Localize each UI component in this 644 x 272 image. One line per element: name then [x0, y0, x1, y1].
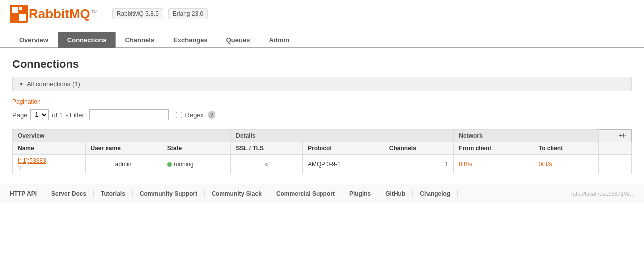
- pagination-label: Pagination: [12, 98, 632, 105]
- page-title: Connections: [12, 58, 632, 71]
- nav-admin[interactable]: Admin: [259, 32, 298, 48]
- footer-link-server-docs[interactable]: Server Docs: [44, 190, 94, 197]
- content-area: Connections ▼ All connections (1) Pagina…: [0, 48, 644, 184]
- section-arrow: ▼: [19, 81, 24, 87]
- col-username: User name: [85, 142, 162, 155]
- cell-to-client: 0iB/s: [534, 155, 598, 174]
- svg-rect-3: [19, 7, 22, 10]
- col-state: State: [162, 142, 231, 155]
- footer-link-community-support[interactable]: Community Support: [133, 190, 205, 197]
- table-group-header-row: Overview Details Network +/-: [13, 130, 632, 142]
- nav: Overview Connections Channels Exchanges …: [0, 31, 644, 48]
- logo-rabbit: Rabbit: [29, 6, 69, 21]
- col-from-client: From client: [454, 142, 534, 155]
- running-indicator: [167, 162, 172, 167]
- logo: RabbitMQTM: [10, 5, 98, 23]
- logo-tm: TM: [91, 9, 98, 14]
- logo-mq: MQ: [69, 6, 90, 21]
- cell-from-client: 0iB/s: [454, 155, 534, 174]
- footer-link-commercial-support[interactable]: Commercial Support: [269, 190, 342, 197]
- footer-link-http-api[interactable]: HTTP API: [10, 190, 44, 197]
- col-channels: Channels: [384, 142, 453, 155]
- nav-exchanges[interactable]: Exchanges: [164, 32, 217, 48]
- col-protocol: Protocol: [303, 142, 384, 155]
- footer: HTTP APIServer DocsTutorialsCommunity Su…: [0, 184, 644, 203]
- footer-link-tutorials[interactable]: Tutorials: [94, 190, 133, 197]
- nav-connections[interactable]: Connections: [58, 32, 116, 48]
- table-row: [::1]:53383 ? admin running ○ AMQP 0-9-1…: [13, 155, 632, 174]
- group-details: Details: [231, 130, 454, 142]
- cell-name: [::1]:53383 ?: [13, 155, 86, 174]
- section-label: All connections (1): [27, 80, 80, 88]
- header: RabbitMQTM RabbitMQ 3.8.5 Erlang 23.0: [0, 0, 644, 28]
- col-to-client: To client: [534, 142, 598, 155]
- cell-protocol: AMQP 0-9-1: [303, 155, 384, 174]
- plus-minus-button[interactable]: +/-: [598, 130, 631, 142]
- pagination-row: Page 1 of 1 - Filter: Regex ?: [12, 109, 632, 120]
- regex-checkbox[interactable]: [176, 112, 182, 118]
- erlang-version-badge: Erlang 23.0: [168, 8, 208, 19]
- connection-name-link[interactable]: [::1]:53383: [18, 157, 46, 164]
- footer-link-plugins[interactable]: Plugins: [342, 190, 378, 197]
- nav-channels[interactable]: Channels: [116, 32, 164, 48]
- page-select[interactable]: 1: [30, 109, 49, 120]
- table-column-header-row: Name User name State SSL / TLS Protocol …: [13, 142, 632, 155]
- nav-queues[interactable]: Queues: [217, 32, 260, 48]
- filter-label: - Filter:: [66, 111, 86, 119]
- svg-rect-2: [19, 14, 26, 21]
- section-header[interactable]: ▼ All connections (1): [12, 77, 632, 91]
- svg-rect-1: [12, 7, 18, 13]
- of-text: of 1: [52, 111, 63, 119]
- footer-link-changelog[interactable]: Changelog: [413, 190, 458, 197]
- cell-username: admin: [85, 155, 162, 174]
- cell-channels: 1: [384, 155, 453, 174]
- logo-icon: [10, 5, 28, 23]
- cell-ssl: ○: [231, 155, 303, 174]
- col-name: Name: [13, 142, 86, 155]
- footer-url: http://localhost:15672/#/...: [571, 191, 634, 197]
- connections-table: Overview Details Network +/- Name User n…: [12, 129, 632, 174]
- cell-state: running: [162, 155, 231, 174]
- col-ssl: SSL / TLS: [231, 142, 303, 155]
- nav-overview[interactable]: Overview: [10, 32, 58, 48]
- rabbitmq-version-badge: RabbitMQ 3.8.5: [112, 8, 163, 19]
- footer-link-github[interactable]: GitHub: [378, 190, 413, 197]
- group-overview: Overview: [13, 130, 231, 142]
- filter-input[interactable]: [89, 109, 169, 120]
- connection-name-sub: ?: [18, 165, 21, 171]
- regex-help-icon[interactable]: ?: [208, 111, 215, 119]
- page-label: Page: [12, 111, 27, 119]
- col-extra: [598, 142, 631, 155]
- group-network: Network: [454, 130, 598, 142]
- footer-link-community-slack[interactable]: Community Slack: [205, 190, 269, 197]
- regex-label: Regex: [185, 111, 204, 119]
- cell-extra: [598, 155, 631, 174]
